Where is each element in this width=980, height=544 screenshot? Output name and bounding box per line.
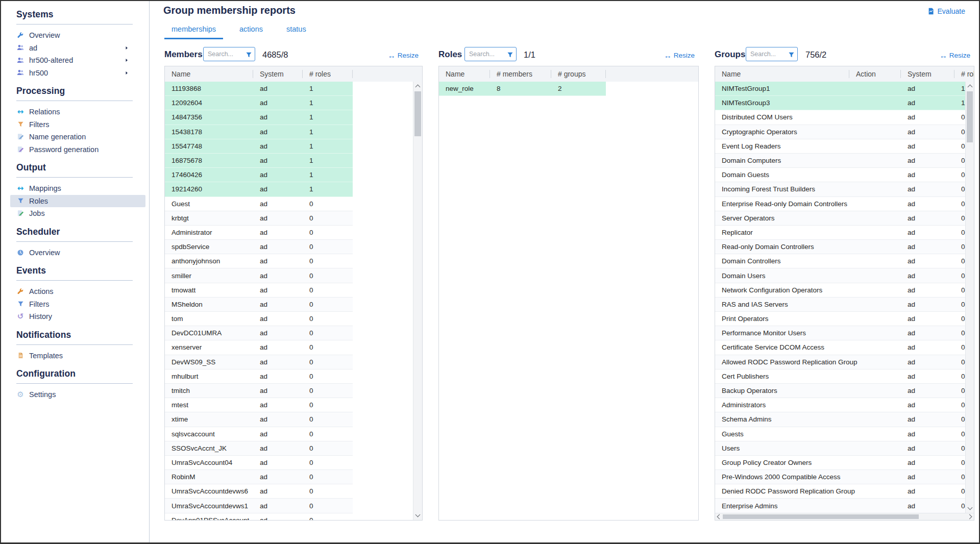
member-row[interactable]: tomad0 [165,312,353,326]
member-row[interactable]: DevApp01PSSvcAccountad0 [165,513,353,520]
group-row[interactable]: Event Log Readersad0 [715,139,967,154]
group-row[interactable]: Distributed COM Usersad0 [715,110,967,125]
sidebar-item-name-generation[interactable]: Name generation [10,131,145,143]
members-column-header[interactable]: Name [165,70,253,78]
member-row[interactable]: xenserverad0 [165,340,353,355]
sidebar-item-settings[interactable]: ⚙Settings [10,388,145,401]
group-row[interactable]: Network Configuration Operatorsad0 [715,283,967,298]
groups-resize-button[interactable]: ↔ Resize [940,52,970,59]
groups-vertical-scrollbar[interactable] [965,82,974,513]
tab-status[interactable]: status [279,23,313,39]
scroll-up-icon[interactable] [966,82,974,90]
member-row[interactable]: spdbServicead0 [165,240,353,254]
roles-column-header[interactable]: # groups [551,70,606,78]
roles-column-header[interactable]: # members [490,70,551,78]
scrollbar-thumb[interactable] [414,91,421,136]
group-row[interactable]: Read-only Domain Controllersad0 [715,240,967,254]
scroll-up-icon[interactable] [413,82,422,90]
sidebar-item-relations[interactable]: ↔Relations [10,106,145,118]
sidebar-item-history[interactable]: ↺History [10,310,145,323]
group-row[interactable]: NIMTestGroup1ad1 [715,82,967,96]
members-resize-button[interactable]: ↔ Resize [388,52,419,59]
groups-horizontal-scrollbar[interactable] [715,513,974,520]
member-row[interactable]: 14847356ad1 [165,110,353,125]
member-row[interactable]: tmowattad0 [165,283,353,298]
member-row[interactable]: MSheldonad0 [165,298,353,312]
member-row[interactable]: 12092604ad1 [165,96,353,110]
member-row[interactable]: xtimead0 [165,412,353,427]
sidebar-item-password-generation[interactable]: Password generation [10,143,145,156]
group-row[interactable]: Group Policy Creator Ownersad0 [715,456,967,470]
roles-search-input[interactable] [465,51,506,58]
members-column-header[interactable] [353,70,422,78]
member-row[interactable]: UmraSvcAccountdevws6ad0 [165,484,353,499]
filter-icon[interactable] [246,51,252,58]
member-row[interactable]: DevWS09_SSad0 [165,355,353,369]
sidebar-item-overview[interactable]: Overview [10,246,145,259]
group-row[interactable]: Domain Usersad0 [715,268,967,283]
sidebar-item-ad[interactable]: ad [10,42,145,55]
member-row[interactable]: RobinMad0 [165,470,353,484]
member-row[interactable]: SSOSvcAccnt_JKad0 [165,441,353,456]
members-search-input[interactable] [204,51,244,58]
roles-resize-button[interactable]: ↔ Resize [664,52,695,59]
group-row[interactable]: Backup Operatorsad0 [715,384,967,398]
sidebar-item-hr500[interactable]: hr500 [10,67,145,80]
group-row[interactable]: Enterprise Adminsad0 [715,499,967,513]
member-row[interactable]: DevDC01UMRAad0 [165,326,353,340]
scrollbar-thumb[interactable] [723,514,919,519]
member-row[interactable]: tmitchad0 [165,384,353,398]
group-row[interactable]: Performance Monitor Usersad0 [715,326,967,340]
group-row[interactable]: Domain Computersad0 [715,154,967,168]
member-row[interactable]: 15547748ad1 [165,139,353,154]
group-row[interactable]: Cryptographic Operatorsad0 [715,125,967,139]
group-row[interactable]: Certificate Service DCOM Accessad0 [715,340,967,355]
tab-memberships[interactable]: memberships [164,23,223,39]
member-row[interactable]: smillerad0 [165,268,353,283]
sidebar-item-overview[interactable]: Overview [10,29,145,42]
group-row[interactable]: Enterprise Read-only Domain Controllersa… [715,197,967,211]
scrollbar-thumb[interactable] [967,91,973,142]
group-row[interactable]: Server Operatorsad0 [715,211,967,226]
group-row[interactable]: Cert Publishersad0 [715,369,967,384]
member-row[interactable]: sqlsvcaccountad0 [165,427,353,441]
member-row[interactable]: 19214260ad1 [165,182,353,196]
group-row[interactable]: NIMTestGroup3ad1 [715,96,967,110]
member-row[interactable]: 16875678ad1 [165,154,353,168]
member-row[interactable]: UmraSvcAccount04ad0 [165,456,353,470]
member-row[interactable]: anthonyjohnsonad0 [165,254,353,268]
sidebar-item-roles[interactable]: Roles [10,195,145,208]
sidebar-item-mappings[interactable]: ↔Mappings [10,182,145,195]
member-row[interactable]: krbtgtad0 [165,211,353,226]
member-row[interactable]: 17460426ad1 [165,168,353,182]
groups-search-input[interactable] [746,51,787,58]
group-row[interactable]: Domain Controllersad0 [715,254,967,268]
scroll-down-icon[interactable] [966,504,974,512]
scroll-down-icon[interactable] [413,511,422,520]
member-row[interactable]: mtestad0 [165,398,353,412]
filter-icon[interactable] [788,51,795,58]
members-column-header[interactable]: # roles [303,70,353,78]
tab-actions[interactable]: actions [232,23,270,39]
group-row[interactable]: Schema Adminsad0 [715,412,967,427]
group-row[interactable]: RAS and IAS Serversad0 [715,298,967,312]
scroll-right-icon[interactable] [967,513,974,520]
role-row[interactable]: new_role82 [439,82,606,96]
group-row[interactable]: Replicatorad0 [715,226,967,240]
groups-column-header[interactable]: Action [849,70,901,78]
sidebar-item-jobs[interactable]: Jobs [10,207,145,220]
groups-column-header[interactable]: Name [715,70,849,78]
sidebar-item-templates[interactable]: Templates [10,350,145,362]
scroll-left-icon[interactable] [715,513,722,520]
member-row[interactable]: Administratorad0 [165,226,353,240]
members-column-header[interactable]: System [253,70,303,78]
member-row[interactable]: mhulburtad0 [165,369,353,384]
roles-column-header[interactable] [606,70,698,78]
members-vertical-scrollbar[interactable] [413,82,422,520]
group-row[interactable]: Incoming Forest Trust Buildersad0 [715,182,967,196]
groups-column-header[interactable]: System [901,70,954,78]
sidebar-item-actions[interactable]: Actions [10,285,145,298]
member-row[interactable]: UmraSvcAccountdevws1ad0 [165,499,353,513]
group-row[interactable]: Guestsad0 [715,427,967,441]
group-row[interactable]: Administratorsad0 [715,398,967,412]
